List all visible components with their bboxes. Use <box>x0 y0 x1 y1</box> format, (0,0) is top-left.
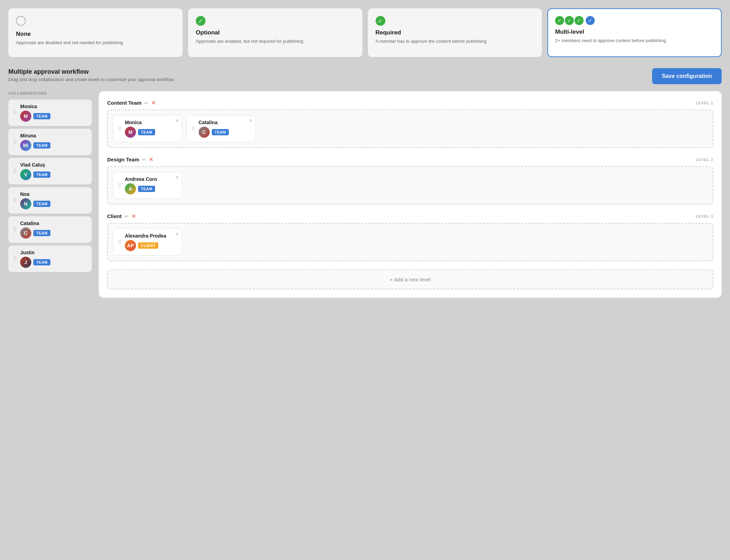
delete-level-icon[interactable]: ✕ <box>149 156 153 163</box>
edit-level-icon[interactable]: ✏ <box>144 100 149 106</box>
level-title-row: Design Team ✏ ✕ <box>107 156 153 163</box>
drag-handle: ⠿ <box>118 239 121 245</box>
member-card-1[interactable]: ⠿ Catalina C TEAM ✕ <box>186 115 256 142</box>
collab-info: Noa N TEAM <box>20 191 50 209</box>
levels-container: Content Team ✏ ✕ LEVEL 1 ⠿ Monica M TEAM… <box>107 99 713 261</box>
drag-handle: ⠿ <box>13 168 17 174</box>
card-desc: A member has to approve the content befo… <box>376 38 535 45</box>
member-card-0[interactable]: ⠿ Monica M TEAM ✕ <box>113 115 182 142</box>
collab-name: Justin <box>20 250 50 255</box>
member-info: Monica M TEAM <box>125 120 155 138</box>
multi-check-icons: ✓ ✓ ✓ ✓ <box>555 16 714 25</box>
level-header: Design Team ✏ ✕ LEVEL 2 <box>107 156 713 163</box>
card-icon: ✓ <box>376 16 535 26</box>
card-desc: 2+ members need to approve content befor… <box>555 38 714 44</box>
team-tag: TEAM <box>33 201 50 207</box>
card-icon: ✓ <box>196 16 355 26</box>
avatar: C <box>199 127 210 138</box>
drag-handle: ⠿ <box>13 198 17 203</box>
approval-card-multi-level[interactable]: ✓ ✓ ✓ ✓ Multi-level 2+ members need to a… <box>547 8 722 57</box>
team-tag: TEAM <box>33 230 50 236</box>
collab-info: Monica M TEAM <box>20 104 50 122</box>
drag-handle: ⠿ <box>192 126 195 131</box>
avatar: A <box>125 183 136 194</box>
delete-level-icon[interactable]: ✕ <box>151 99 156 106</box>
collaborators-panel: COLLABORATORS ⠿ Monica M TEAM ⠿ Miruna M… <box>8 91 92 275</box>
collab-info: Justin J TEAM <box>20 250 50 268</box>
team-tag: TEAM <box>33 142 50 149</box>
check-icon-3: ✓ <box>575 16 584 25</box>
team-tag: TEAM <box>33 171 50 178</box>
card-desc: Approvals are disabled and not needed fo… <box>16 40 175 46</box>
team-tag: TEAM <box>138 129 155 135</box>
section-title: Multiple approval workflow <box>8 68 174 75</box>
member-info: Alexandra Prodea AP CLIENT <box>125 233 166 251</box>
workflow-panel: Content Team ✏ ✕ LEVEL 1 ⠿ Monica M TEAM… <box>99 91 722 298</box>
check-icon-2: ✓ <box>565 16 574 25</box>
approval-card-required[interactable]: ✓ Required A member has to approve the c… <box>368 8 542 57</box>
level-block-2: Design Team ✏ ✕ LEVEL 2 ⠿ Andreea Coro A… <box>107 156 713 205</box>
collab-name: Monica <box>20 104 50 109</box>
member-name: Catalina <box>199 120 229 125</box>
collab-name: Noa <box>20 191 50 197</box>
collab-name: Catalina <box>20 221 50 226</box>
check-icon-1: ✓ <box>555 16 564 25</box>
collaborators-list: ⠿ Monica M TEAM ⠿ Miruna Mi TEAM ⠿ Vlad … <box>8 99 92 272</box>
remove-member-button[interactable]: ✕ <box>175 175 179 180</box>
collab-info: Vlad Caluș V TEAM <box>20 162 50 180</box>
card-title: None <box>16 31 175 38</box>
collab-info: Catalina C TEAM <box>20 221 50 239</box>
level-title: Design Team <box>107 157 139 162</box>
level-header: Client ✏ ✕ LEVEL 3 <box>107 213 713 219</box>
save-configuration-button[interactable]: Save configuration <box>652 68 722 84</box>
edit-level-icon[interactable]: ✏ <box>142 157 146 162</box>
client-tag: CLIENT <box>138 242 158 249</box>
level-dropzone[interactable]: ⠿ Alexandra Prodea AP CLIENT ✕ <box>107 223 713 261</box>
remove-member-button[interactable]: ✕ <box>175 232 179 237</box>
avatar: C <box>20 227 31 239</box>
add-level-button[interactable]: + Add a new level <box>107 270 713 289</box>
remove-member-button[interactable]: ✕ <box>175 118 179 123</box>
main-layout: COLLABORATORS ⠿ Monica M TEAM ⠿ Miruna M… <box>8 91 722 298</box>
circle-icon <box>16 16 26 26</box>
drag-handle: ⠿ <box>13 256 17 262</box>
level-dropzone[interactable]: ⠿ Andreea Coro A TEAM ✕ <box>107 166 713 205</box>
member-name: Alexandra Prodea <box>125 233 166 239</box>
check-icon: ✓ <box>196 16 206 26</box>
remove-member-button[interactable]: ✕ <box>249 118 253 123</box>
level-title-row: Content Team ✏ ✕ <box>107 99 156 106</box>
member-card-0[interactable]: ⠿ Alexandra Prodea AP CLIENT ✕ <box>113 229 182 256</box>
avatar: N <box>20 198 31 209</box>
approval-card-optional[interactable]: ✓ Optional Approvals are enabled, but no… <box>188 8 362 57</box>
level-badge: LEVEL 2 <box>696 158 713 162</box>
collaborator-item-justin[interactable]: ⠿ Justin J TEAM <box>8 246 92 272</box>
collaborator-item-catalina[interactable]: ⠿ Catalina C TEAM <box>8 216 92 243</box>
avatar: Mi <box>20 140 31 151</box>
member-card-0[interactable]: ⠿ Andreea Coro A TEAM ✕ <box>113 172 182 199</box>
card-title: Required <box>376 29 535 36</box>
level-title: Content Team <box>107 100 142 106</box>
team-tag: TEAM <box>33 113 50 119</box>
blue-check-icon: ✓ <box>586 16 595 25</box>
drag-handle: ⠿ <box>13 110 17 115</box>
delete-level-icon[interactable]: ✕ <box>131 213 136 219</box>
level-title: Client <box>107 213 122 219</box>
team-tag: TEAM <box>212 129 229 135</box>
collaborator-item-miruna[interactable]: ⠿ Miruna Mi TEAM <box>8 129 92 155</box>
level-badge: LEVEL 1 <box>696 101 713 105</box>
member-name: Monica <box>125 120 155 125</box>
card-icon <box>16 16 175 27</box>
collaborator-item-vlad-caluș[interactable]: ⠿ Vlad Caluș V TEAM <box>8 158 92 184</box>
approval-card-none[interactable]: None Approvals are disabled and not need… <box>8 8 183 57</box>
approval-type-cards: None Approvals are disabled and not need… <box>8 8 722 57</box>
level-dropzone[interactable]: ⠿ Monica M TEAM ✕ ⠿ Catalina C TEAM ✕ <box>107 110 713 148</box>
edit-level-icon[interactable]: ✏ <box>125 214 129 219</box>
section-header: Multiple approval workflow Drag and drop… <box>8 68 722 84</box>
drag-handle: ⠿ <box>118 126 121 131</box>
avatar: J <box>20 257 31 268</box>
collaborator-item-monica[interactable]: ⠿ Monica M TEAM <box>8 99 92 126</box>
drag-handle: ⠿ <box>13 139 17 145</box>
card-title: Multi-level <box>555 29 714 35</box>
collaborator-item-noa[interactable]: ⠿ Noa N TEAM <box>8 187 92 214</box>
section-subtitle: Drag and drop collaborators and create l… <box>8 77 174 82</box>
